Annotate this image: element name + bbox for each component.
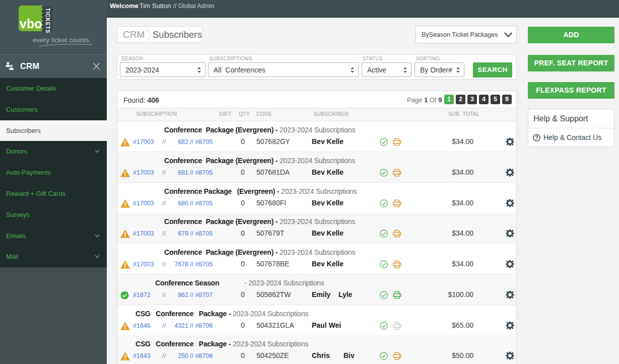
svg-text:?: ?: [535, 135, 538, 140]
svg-text:TICKETS: TICKETS: [45, 8, 51, 33]
svg-text:vbo: vbo: [20, 17, 42, 31]
